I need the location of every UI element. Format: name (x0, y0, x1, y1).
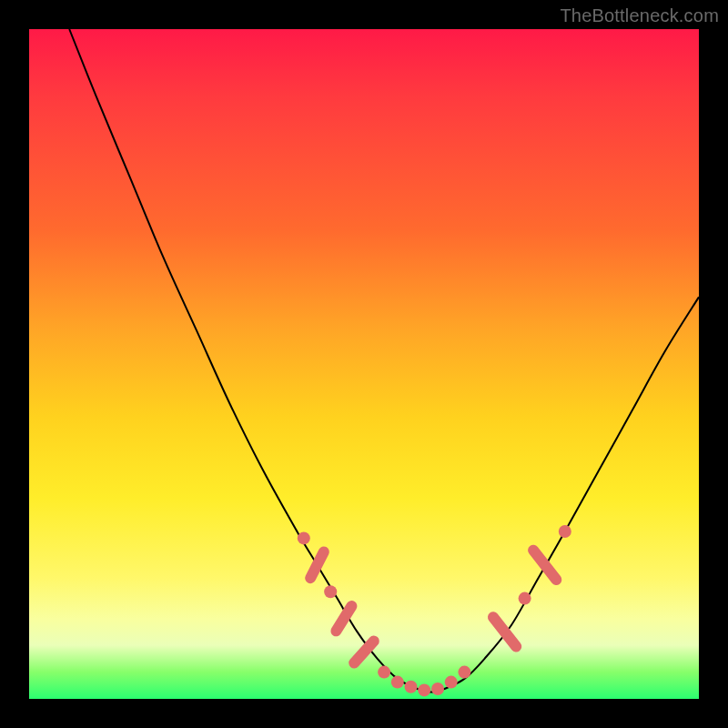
curve-marker-dot (445, 676, 458, 689)
curve-marker-dot (458, 666, 470, 679)
curve-marker-dot (391, 676, 404, 689)
bottleneck-curve (29, 29, 699, 699)
curve-marker-dot (405, 681, 418, 693)
curve-marker-pill (486, 610, 524, 654)
curve-marker-dot (418, 683, 430, 696)
curve-marker-dot (431, 682, 444, 695)
curve-marker-pill (347, 633, 381, 671)
curve-marker-dot (559, 525, 571, 538)
chart-stage: TheBottleneck.com (0, 0, 728, 728)
curve-markers (298, 525, 571, 696)
curve-marker-dot (324, 585, 337, 598)
curve-marker-dot (378, 666, 390, 679)
curve-marker-pill (329, 599, 359, 639)
curve-path (69, 29, 699, 693)
curve-marker-dot (298, 531, 310, 544)
curve-marker-dot (519, 592, 531, 605)
watermark-text: TheBottleneck.com (560, 5, 719, 26)
plot-area (29, 29, 699, 699)
curve-marker-pill (526, 542, 564, 587)
